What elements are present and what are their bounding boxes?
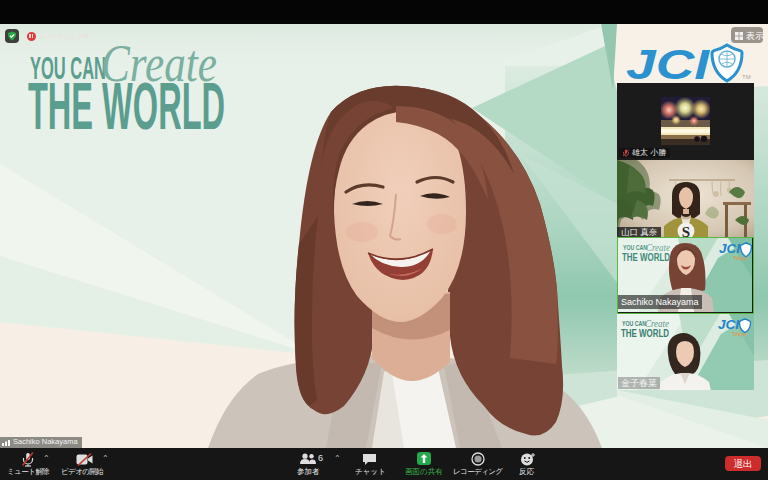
svg-text:THE WORLD: THE WORLD [621,326,669,338]
svg-text:Tokyo: Tokyo [733,255,747,261]
svg-text:TM: TM [742,74,751,80]
svg-text:THE WORLD: THE WORLD [622,250,670,262]
svg-text:JCI: JCI [718,318,740,332]
svg-text:Create: Create [101,35,217,92]
svg-text:JCI: JCI [626,40,710,88]
svg-text:JCI: JCI [719,242,741,256]
svg-text:S: S [682,224,690,237]
svg-text:Tokyo: Tokyo [732,331,746,337]
